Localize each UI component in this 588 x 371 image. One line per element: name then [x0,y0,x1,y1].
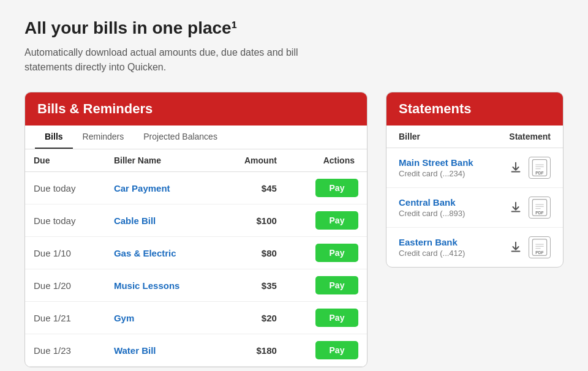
bills-panel-header: Bills & Reminders [25,92,367,126]
table-row: Due 1/21 Gym $20 Pay [25,302,367,334]
action-cell: Pay [285,269,367,302]
statement-biller-info: Eastern Bank Credit card (...412) [399,237,509,258]
due-date: Due today [25,172,105,204]
pay-button[interactable]: Pay [315,211,358,230]
due-date: Due 1/23 [25,334,105,367]
statements-panel-header: Statements [386,92,563,126]
bills-tabs: Bills Reminders Projected Balances [25,126,367,149]
statements-panel-title: Statements [399,101,472,116]
due-date: Due 1/20 [25,269,105,302]
amount: $80 [218,237,285,269]
pay-button[interactable]: Pay [315,276,358,294]
amount: $20 [218,302,285,334]
statement-actions: PDF [509,157,551,179]
table-row: Due today Cable Bill $100 Pay [25,204,367,237]
statement-biller-sub: Credit card (...234) [399,169,509,178]
statement-biller-info: Central Bank Credit card (...893) [399,197,509,218]
biller-name: Music Lessons [105,269,218,302]
due-date: Due today [25,204,105,237]
amount: $180 [218,334,285,367]
svg-text:PDF: PDF [535,250,543,255]
biller-name: Gym [105,302,218,334]
statement-biller-info: Main Street Bank Credit card (...234) [399,157,509,178]
statement-row: Eastern Bank Credit card (...412) PDF [386,228,563,267]
action-cell: Pay [285,204,367,237]
due-date: Due 1/10 [25,237,105,269]
tab-bills[interactable]: Bills [35,126,73,149]
pdf-icon[interactable]: PDF [529,197,551,219]
page-subtitle: Automatically download actual amounts du… [24,45,331,75]
statement-biller-name: Central Bank [399,197,509,208]
biller-name: Water Bill [105,334,218,367]
action-cell: Pay [285,334,367,367]
col-biller-name: Biller Name [105,149,218,172]
bills-table: Due Biller Name Amount Actions Due today… [25,149,367,367]
statement-actions: PDF [509,236,551,258]
statements-rows-container: Main Street Bank Credit card (...234) PD… [386,148,563,267]
pay-button[interactable]: Pay [315,341,358,359]
tab-projected-balances[interactable]: Projected Balances [134,126,227,149]
bills-panel-title: Bills & Reminders [37,101,153,116]
col-statement: Statement [509,132,551,141]
table-row: Due 1/20 Music Lessons $35 Pay [25,269,367,302]
statement-biller-sub: Credit card (...893) [399,209,509,218]
pdf-icon[interactable]: PDF [529,236,551,258]
biller-name: Gas & Electric [105,237,218,269]
biller-name: Cable Bill [105,204,218,237]
amount: $100 [218,204,285,237]
table-row: Due 1/23 Water Bill $180 Pay [25,334,367,367]
col-biller: Biller [399,132,420,141]
bills-panel: Bills & Reminders Bills Reminders Projec… [24,92,368,367]
panels-container: Bills & Reminders Bills Reminders Projec… [24,92,564,367]
amount: $35 [218,269,285,302]
due-date: Due 1/21 [25,302,105,334]
table-row: Due 1/10 Gas & Electric $80 Pay [25,237,367,269]
tab-reminders[interactable]: Reminders [73,126,134,149]
col-amount: Amount [218,149,285,172]
page-title: All your bills in one place¹ [24,18,564,38]
statement-biller-name: Main Street Bank [399,157,509,168]
pay-button[interactable]: Pay [315,309,358,327]
statement-row: Central Bank Credit card (...893) PDF [386,188,563,228]
download-icon[interactable] [509,241,522,254]
download-icon[interactable] [509,201,522,214]
action-cell: Pay [285,237,367,269]
action-cell: Pay [285,302,367,334]
pdf-icon[interactable]: PDF [529,157,551,179]
action-cell: Pay [285,172,367,204]
statement-actions: PDF [509,197,551,219]
svg-text:PDF: PDF [535,211,543,215]
pay-button[interactable]: Pay [315,179,358,197]
statements-col-headers: Biller Statement [386,126,563,148]
amount: $45 [218,172,285,204]
statements-panel: Statements Biller Statement Main Street … [386,92,564,268]
statement-biller-name: Eastern Bank [399,237,509,247]
statement-row: Main Street Bank Credit card (...234) PD… [386,148,563,188]
statement-biller-sub: Credit card (...412) [399,249,509,258]
svg-text:PDF: PDF [535,171,543,175]
col-actions: Actions [285,149,367,172]
col-due: Due [25,149,105,172]
table-row: Due today Car Payment $45 Pay [25,172,367,204]
biller-name: Car Payment [105,172,218,204]
download-icon[interactable] [509,161,522,174]
bills-table-header-row: Due Biller Name Amount Actions [25,149,367,172]
pay-button[interactable]: Pay [315,244,358,262]
